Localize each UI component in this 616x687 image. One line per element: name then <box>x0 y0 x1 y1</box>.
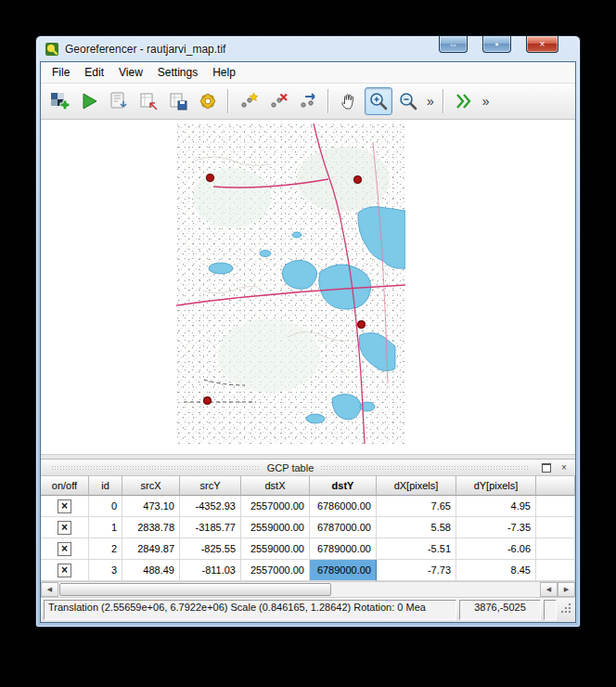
gcp-on-cell: × <box>41 517 89 538</box>
gcp-dock-titlebar[interactable]: GCP table × <box>41 460 575 476</box>
gcp-dsty-cell-selected[interactable]: 6789000.00 <box>310 560 377 581</box>
gcp-table-row-2[interactable]: × 2 2849.87 -825.55 2559000.00 6789000.0… <box>41 538 575 560</box>
window-maximize-button[interactable]: ▪ <box>482 36 511 53</box>
gcp-dy-cell[interactable]: -6.06 <box>456 538 536 560</box>
gcp-dsty-cell[interactable]: 6789000.00 <box>310 538 377 560</box>
gcp-filler-cell <box>536 517 575 538</box>
gcp-dx-cell[interactable]: 7.65 <box>377 496 456 517</box>
col-dsty[interactable]: dstY <box>310 476 377 496</box>
scroll-left-button[interactable]: ◀ <box>41 582 58 597</box>
resize-grip[interactable] <box>559 600 572 620</box>
col-filler <box>536 476 575 496</box>
gcp-dy-cell[interactable]: -7.35 <box>456 517 536 538</box>
zoom-in-button[interactable] <box>365 87 392 115</box>
gcp-dx-cell[interactable]: 5.58 <box>377 517 456 538</box>
move-point-button[interactable] <box>294 87 322 115</box>
menubar: File Edit View Settings Help <box>41 62 575 84</box>
gcp-on-cell: × <box>41 538 89 560</box>
gcp-enabled-checkbox[interactable]: × <box>58 542 71 556</box>
zoom-out-button[interactable] <box>394 87 422 115</box>
col-id[interactable]: id <box>89 476 122 496</box>
gcp-enabled-checkbox[interactable]: × <box>58 499 71 513</box>
gcp-id-cell[interactable]: 1 <box>89 517 122 538</box>
gcp-dsty-cell[interactable]: 6786000.00 <box>310 496 377 517</box>
save-gcp-points-button[interactable] <box>164 87 192 115</box>
gcp-dstx-cell[interactable]: 2559000.00 <box>241 517 310 538</box>
gcp-marker-1[interactable] <box>353 175 362 184</box>
gcp-dock: GCP table × on/off id srcX srcY dstX dst… <box>41 459 575 597</box>
add-point-button[interactable] <box>235 87 263 115</box>
gcp-table-row-0[interactable]: × 0 473.10 -4352.93 2557000.00 6786000.0… <box>41 496 575 517</box>
gcp-srcx-cell[interactable]: 473.10 <box>122 496 180 517</box>
gcp-id-cell[interactable]: 0 <box>89 496 122 517</box>
pan-button[interactable] <box>335 87 363 115</box>
gcp-filler-cell <box>536 538 575 560</box>
cursor-coordinates: 3876,-5025 <box>459 600 541 620</box>
gcp-filler-cell <box>536 560 575 581</box>
gcp-enabled-checkbox[interactable]: × <box>58 564 71 577</box>
statusbar: Translation (2.55659e+06, 6.7922e+06) Sc… <box>41 597 575 622</box>
gcp-enabled-checkbox[interactable]: × <box>58 521 71 535</box>
menu-edit[interactable]: Edit <box>77 63 111 82</box>
window-shade-button[interactable]: ⇔ <box>439 36 468 53</box>
open-raster-button[interactable] <box>45 87 73 115</box>
generate-gdal-script-button[interactable] <box>105 87 133 115</box>
toolbar-separator <box>227 89 229 113</box>
window-title: Georeferencer - rautjarvi_map.tif <box>65 43 225 56</box>
gcp-table-row-3[interactable]: × 3 488.49 -811.03 2557000.00 6789000.00… <box>41 560 575 581</box>
gcp-marker-3[interactable] <box>203 396 212 405</box>
dock-float-button[interactable] <box>539 460 554 474</box>
gcp-dy-cell[interactable]: 8.45 <box>456 560 536 581</box>
gcp-id-cell[interactable]: 2 <box>89 538 122 560</box>
transformation-settings-button[interactable] <box>194 87 222 115</box>
start-georeferencing-button[interactable] <box>75 87 103 115</box>
load-gcp-points-button[interactable] <box>135 87 162 115</box>
col-srcx[interactable]: srcX <box>122 476 180 496</box>
col-dx[interactable]: dX[pixels] <box>377 476 456 496</box>
col-dstx[interactable]: dstX <box>241 476 310 496</box>
gcp-marker-0[interactable] <box>206 174 214 182</box>
gcp-srcx-cell[interactable]: 488.49 <box>122 560 180 581</box>
col-srcy[interactable]: srcY <box>180 476 241 496</box>
map-canvas[interactable] <box>41 120 575 454</box>
gcp-table-row-1[interactable]: × 1 2838.78 -3185.77 2559000.00 6787000.… <box>41 517 575 538</box>
float-icon <box>542 463 551 473</box>
gcp-id-cell[interactable]: 3 <box>89 560 122 581</box>
scroll-left-button-2[interactable]: ◀ <box>540 582 558 597</box>
toolbar-overflow-chevron[interactable]: » <box>424 88 437 114</box>
gcp-srcy-cell[interactable]: -825.55 <box>180 538 241 560</box>
menu-settings[interactable]: Settings <box>150 63 205 82</box>
zoom-to-layer-button[interactable] <box>450 87 478 115</box>
gcp-dsty-cell[interactable]: 6787000.00 <box>310 517 377 538</box>
dock-close-button[interactable]: × <box>557 460 571 474</box>
gcp-dstx-cell[interactable]: 2557000.00 <box>241 496 310 517</box>
col-onoff[interactable]: on/off <box>41 476 89 496</box>
scrollbar-track[interactable] <box>58 582 540 597</box>
gcp-table-hscrollbar[interactable]: ◀ ◀ ▶ <box>41 581 575 597</box>
gcp-dstx-cell[interactable]: 2559000.00 <box>241 538 310 560</box>
dock-drag-handle[interactable] <box>51 465 261 471</box>
gcp-dstx-cell[interactable]: 2557000.00 <box>241 560 310 581</box>
gcp-dock-title: GCP table <box>267 462 314 473</box>
gcp-srcy-cell[interactable]: -3185.77 <box>180 517 241 538</box>
menu-help[interactable]: Help <box>205 63 243 82</box>
col-dy[interactable]: dY[pixels] <box>456 476 536 496</box>
window-close-button[interactable]: × <box>526 36 558 53</box>
gcp-dy-cell[interactable]: 4.95 <box>456 496 536 517</box>
dock-drag-handle[interactable] <box>320 465 530 471</box>
scrollbar-thumb[interactable] <box>59 583 331 596</box>
menu-file[interactable]: File <box>45 63 77 82</box>
delete-point-button[interactable] <box>264 87 292 115</box>
gcp-srcx-cell[interactable]: 2838.78 <box>122 517 180 538</box>
gcp-dx-cell[interactable]: -5.51 <box>377 538 456 560</box>
gcp-srcy-cell[interactable]: -811.03 <box>180 560 241 581</box>
menu-view[interactable]: View <box>111 63 150 82</box>
titlebar[interactable]: Georeferencer - rautjarvi_map.tif ⇔ ▪ × <box>36 36 580 61</box>
gcp-dx-cell[interactable]: -7.73 <box>377 560 456 581</box>
toolbar-overflow-chevron[interactable]: » <box>480 88 493 114</box>
status-mini-button[interactable] <box>544 600 557 620</box>
gcp-marker-2[interactable] <box>357 320 366 329</box>
gcp-srcy-cell[interactable]: -4352.93 <box>180 496 241 517</box>
gcp-srcx-cell[interactable]: 2849.87 <box>122 538 180 560</box>
scroll-right-button[interactable]: ▶ <box>558 582 575 597</box>
